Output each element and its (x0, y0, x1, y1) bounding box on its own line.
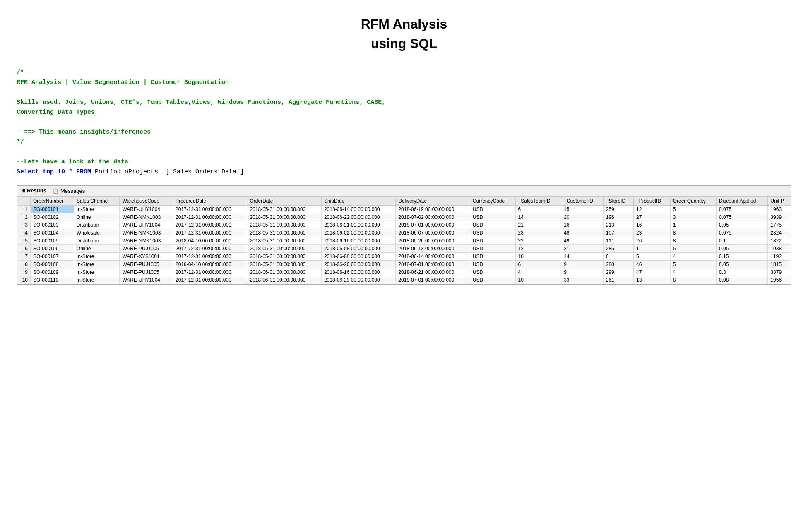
table-cell: 8 (670, 229, 716, 237)
table-cell: In-Store (74, 276, 120, 284)
table-cell: 10 (17, 276, 31, 284)
table-cell: 48 (561, 229, 604, 237)
table-cell: 0.05 (717, 221, 768, 229)
table-cell: 2018-06-02 00:00:00.000 (321, 229, 395, 237)
table-row: 8SO-000108In-StoreWARE-PUJ10052018-04-10… (17, 261, 791, 268)
table-cell: 1815 (768, 261, 791, 268)
table-cell: 2018-06-13 00:00:00.000 (396, 245, 470, 253)
table-cell: SO-000109 (31, 268, 74, 276)
table-cell: In-Store (74, 253, 120, 261)
table-cell: SO-000110 (31, 276, 74, 284)
table-cell: 10 (515, 253, 561, 261)
col-header-6: ShipDate (321, 197, 395, 206)
results-section: ⊞ Results 📋 Messages OrderNumberSales Ch… (17, 185, 791, 285)
results-grid-icon: ⊞ (21, 188, 25, 194)
table-cell: 2017-12-31 00:00:00.000 (173, 229, 247, 237)
table-cell: 2018-06-26 00:00:00.000 (321, 261, 395, 268)
table-cell: 259 (603, 206, 633, 213)
col-header-7: DeliveryDate (396, 197, 470, 206)
table-cell: 22 (515, 237, 561, 245)
code-line3: Skills used: Joins, Unions, CTE's, Temp … (17, 98, 791, 108)
table-cell: SO-000107 (31, 253, 74, 261)
table-cell: SO-000103 (31, 221, 74, 229)
table-cell: 299 (603, 268, 633, 276)
table-cell: 9 (561, 261, 604, 268)
table-cell: 2018-06-19 00:00:00.000 (396, 206, 470, 213)
table-cell: 0.075 (717, 206, 768, 213)
table-cell: 2 (17, 213, 31, 221)
table-cell: 2018-07-01 00:00:00.000 (396, 221, 470, 229)
table-cell: 2017-12-31 00:00:00.000 (173, 206, 247, 213)
table-cell: 2018-06-29 00:00:00.000 (321, 276, 395, 284)
table-cell: 6 (17, 245, 31, 253)
table-cell: 0.08 (717, 276, 768, 284)
table-cell: USD (470, 237, 515, 245)
table-cell: 6 (515, 261, 561, 268)
table-cell: 2018-06-07 00:00:00.000 (396, 229, 470, 237)
col-header-14: Discount Applied (717, 197, 768, 206)
table-cell: 33 (561, 276, 604, 284)
table-cell: 2018-06-16 00:00:00.000 (321, 268, 395, 276)
table-cell: 2018-07-02 00:00:00.000 (396, 213, 470, 221)
table-cell: 6 (603, 253, 633, 261)
table-cell: USD (470, 206, 515, 213)
table-cell: 2017-12-31 00:00:00.000 (173, 221, 247, 229)
table-cell: 2018-05-31 00:00:00.000 (247, 253, 321, 261)
table-cell: 2018-07-01 00:00:00.000 (396, 261, 470, 268)
table-cell: 1038 (768, 245, 791, 253)
table-cell: 0.15 (717, 253, 768, 261)
table-cell: 196 (603, 213, 633, 221)
table-header-row: OrderNumberSales ChannelWarehouseCodePro… (17, 197, 791, 206)
table-cell: 1 (17, 206, 31, 213)
col-header-4: ProcuredDate (173, 197, 247, 206)
table-cell: Distributor (74, 237, 120, 245)
table-cell: 111 (603, 237, 633, 245)
table-cell: 9 (561, 268, 604, 276)
table-cell: 0.05 (717, 261, 768, 268)
table-cell: 5 (670, 245, 716, 253)
table-cell: USD (470, 245, 515, 253)
table-cell: 2018-04-10 00:00:00.000 (173, 237, 247, 245)
table-cell: 21 (561, 245, 604, 253)
table-row: 2SO-000102OnlineWARE-NMK10032017-12-31 0… (17, 213, 791, 221)
col-header-9: _SalesTeamID (515, 197, 561, 206)
table-cell: 15 (561, 206, 604, 213)
table-cell: Online (74, 245, 120, 253)
table-cell: USD (470, 253, 515, 261)
table-cell: SO-000106 (31, 245, 74, 253)
table-cell: WARE-NMK1003 (120, 237, 173, 245)
table-cell: 1 (634, 245, 671, 253)
table-cell: 8 (670, 237, 716, 245)
results-tab[interactable]: ⊞ Results (21, 187, 46, 194)
table-cell: 5 (670, 206, 716, 213)
col-header-11: _StoreID (603, 197, 633, 206)
table-cell: 2018-06-22 00:00:00.000 (321, 213, 395, 221)
table-cell: 49 (561, 237, 604, 245)
table-cell: USD (470, 268, 515, 276)
table-cell: 2018-06-01 00:00:00.000 (247, 268, 321, 276)
table-cell: WARE-XYS1001 (120, 253, 173, 261)
table-cell: 285 (603, 245, 633, 253)
table-cell: 27 (634, 213, 671, 221)
col-header-5: OrderDate (247, 197, 321, 206)
table-cell: 2018-06-08 00:00:00.000 (321, 253, 395, 261)
table-cell: 46 (634, 261, 671, 268)
table-cell: 23 (634, 229, 671, 237)
table-cell: 2018-05-31 00:00:00.000 (247, 206, 321, 213)
table-cell: 1192 (768, 253, 791, 261)
code-line1: RFM Analysis | Value Segmentation | Cust… (17, 78, 791, 88)
table-cell: 1775 (768, 221, 791, 229)
table-cell: 5 (17, 237, 31, 245)
messages-tab[interactable]: 📋 Messages (53, 188, 85, 194)
table-cell: 2017-12-31 00:00:00.000 (173, 268, 247, 276)
table-cell: WARE-UHY1004 (120, 206, 173, 213)
col-header-8: CurrencyCode (470, 197, 515, 206)
sql-statement: Select top 10 * FROM PortfolioProjects..… (17, 167, 791, 177)
table-cell: SO-000105 (31, 237, 74, 245)
table-cell: SO-000108 (31, 261, 74, 268)
table-cell: 8 (17, 261, 31, 268)
table-cell: 13 (634, 276, 671, 284)
table-cell: 280 (603, 261, 633, 268)
table-cell: 2018-07-01 00:00:00.000 (396, 276, 470, 284)
table-cell: USD (470, 229, 515, 237)
